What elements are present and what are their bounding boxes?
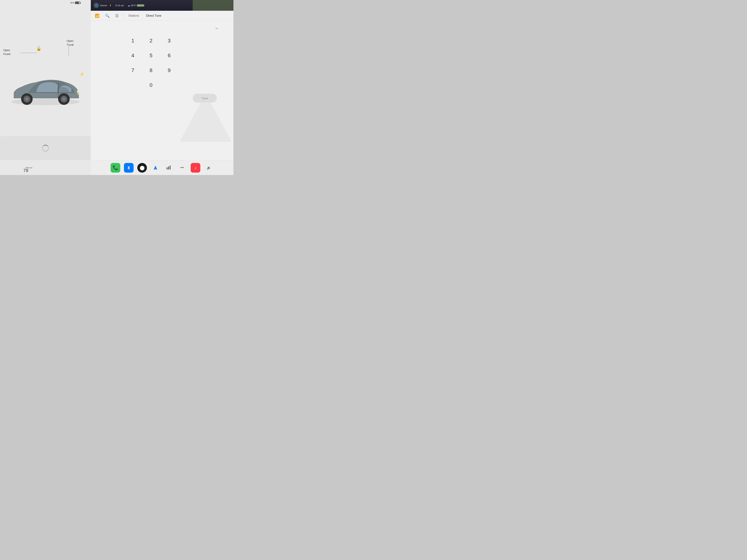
music-icon[interactable]: ♪ [191, 163, 200, 172]
svg-rect-10 [166, 167, 168, 169]
num-button-0[interactable]: 0 [143, 79, 159, 92]
direct-tune-area: ← 1 2 3 4 5 6 7 8 9 0 Tune [91, 21, 233, 106]
radio-toolbar: 📶 🔍 ☰ Stations Direct Tune [91, 11, 233, 21]
search-icon[interactable]: 🔍 [104, 12, 111, 19]
volume-icon[interactable]: 🔊 [204, 163, 214, 172]
svg-point-4 [26, 98, 28, 100]
camera-icon[interactable]: ⬤ [137, 163, 147, 172]
car-image [0, 52, 91, 126]
taskbar: 📞 ⬤ ••• ♪ 🔊 [91, 160, 233, 175]
open-trunk-label[interactable]: OpenTrunk [67, 39, 74, 47]
topbar-time: 9:24 am [115, 4, 124, 7]
lock-icon: 🔓 [36, 46, 41, 51]
tesla-topbar: 👤 Owner ⬇ 9:24 am ☁ 59°F AQI 54 [91, 0, 233, 11]
num-button-6[interactable]: 6 [161, 49, 178, 62]
toolbar-divider [123, 13, 123, 19]
num-button-9[interactable]: 9 [161, 64, 178, 77]
navigation-icon[interactable] [151, 163, 160, 172]
num-button-5[interactable]: 5 [143, 49, 159, 62]
battery-fill [75, 2, 79, 4]
tab-direct-tune[interactable]: Direct Tune [144, 13, 163, 19]
num-button-8[interactable]: 8 [143, 64, 159, 77]
owner-label: Owner [100, 4, 107, 7]
svg-rect-11 [168, 166, 169, 169]
bluetooth-icon[interactable] [124, 163, 134, 172]
num-button-3[interactable]: 3 [161, 34, 178, 47]
chart-icon[interactable] [164, 163, 174, 172]
svg-point-8 [77, 90, 79, 93]
tune-button[interactable]: Tune [193, 94, 217, 103]
loading-panel [0, 136, 91, 160]
battery-percentage: 80% [70, 2, 75, 4]
charging-icon: ⚡ [80, 72, 84, 76]
owner-avatar: 👤 [94, 3, 99, 8]
num-button-2[interactable]: 2 [143, 34, 159, 47]
temperature: 59°F [131, 4, 136, 7]
more-dots-icon[interactable]: ••• [177, 163, 187, 172]
num-button-1[interactable]: 1 [125, 34, 141, 47]
backspace-button[interactable]: ← [213, 24, 221, 32]
num-button-4[interactable]: 4 [125, 49, 141, 62]
map-thumbnail [193, 0, 233, 11]
filter-icon[interactable]: ☰ [114, 12, 120, 19]
svg-rect-12 [170, 165, 171, 169]
car-svg [6, 69, 84, 109]
battery-box [75, 1, 80, 4]
speed-value: 79 [23, 168, 28, 173]
loading-spinner [42, 145, 49, 152]
right-panel: 📶 🔍 ☰ Stations Direct Tune ← 1 2 3 4 5 6… [91, 11, 233, 160]
weather-icon: ☁ [128, 4, 130, 7]
topbar-weather: ☁ 59°F AQI 54 [128, 4, 144, 7]
download-icon: ⬇ [109, 4, 111, 7]
phone-icon[interactable]: 📞 [111, 163, 120, 172]
svg-point-7 [63, 98, 65, 100]
waveform-icon[interactable]: 📶 [94, 12, 101, 19]
num-button-7[interactable]: 7 [125, 64, 141, 77]
tune-button-wrap: Tune [193, 94, 217, 103]
tab-stations[interactable]: Stations [127, 13, 141, 19]
numpad-grid: 1 2 3 4 5 6 7 8 9 0 [125, 34, 178, 92]
owner-info: 👤 Owner [94, 3, 107, 8]
left-panel: 80% OpenFrunk OpenTrunk 🔓 [0, 0, 91, 175]
battery-indicator: 80% [70, 1, 80, 4]
aqi-badge: AQI 54 [137, 4, 144, 7]
